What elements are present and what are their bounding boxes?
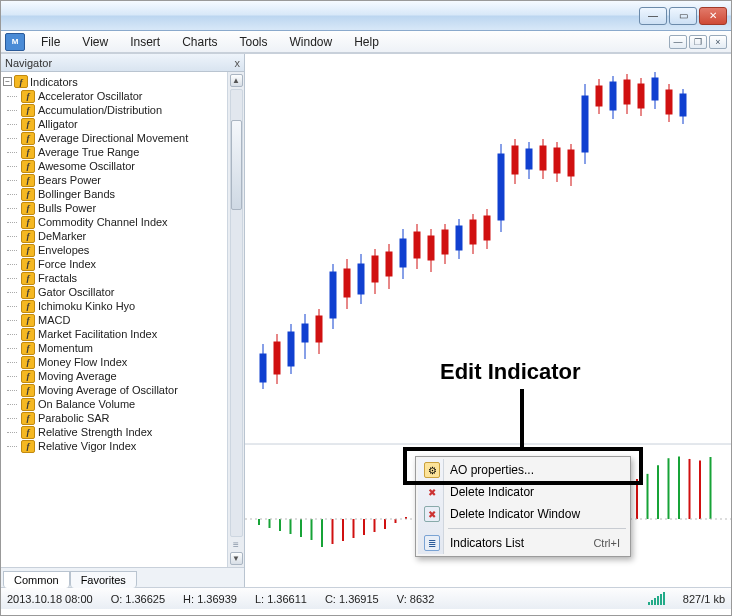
tree-root-label: Indicators	[30, 76, 78, 88]
tab-favorites[interactable]: Favorites	[70, 571, 137, 588]
svg-rect-23	[652, 78, 658, 100]
menu-tools[interactable]: Tools	[230, 33, 278, 51]
ctx-indicators-list[interactable]: ≣ Indicators List Ctrl+I	[418, 532, 628, 554]
svg-rect-61	[666, 90, 672, 114]
tree-item-label: Parabolic SAR	[38, 412, 110, 424]
status-connection: 827/1 kb	[683, 593, 725, 605]
navigator-close-icon[interactable]: x	[235, 57, 241, 69]
tree-item-label: Relative Vigor Index	[38, 440, 136, 452]
tree-item[interactable]: fAccumulation/Distribution	[21, 103, 227, 117]
svg-rect-1	[260, 354, 266, 382]
tree-item[interactable]: fAccelerator Oscillator	[21, 89, 227, 103]
tree-item[interactable]: fEnvelopes	[21, 243, 227, 257]
tree-item[interactable]: fMoving Average of Oscillator	[21, 383, 227, 397]
indicator-icon: f	[21, 258, 35, 271]
close-button[interactable]: ✕	[699, 7, 727, 25]
tree-item-label: Bollinger Bands	[38, 188, 115, 200]
svg-rect-17	[526, 149, 532, 169]
scroll-down-icon[interactable]: ▼	[230, 552, 243, 565]
svg-rect-49	[540, 146, 546, 170]
menu-insert[interactable]: Insert	[120, 33, 170, 51]
svg-rect-35	[386, 252, 392, 276]
tree-root-indicators[interactable]: − f Indicators	[3, 74, 227, 89]
tree-item[interactable]: fRelative Vigor Index	[21, 439, 227, 453]
indicator-icon: f	[21, 342, 35, 355]
tree-item[interactable]: fBulls Power	[21, 201, 227, 215]
svg-rect-45	[484, 216, 490, 240]
delete-indicator-icon: ✖	[424, 484, 440, 500]
tree-item[interactable]: fAlligator	[21, 117, 227, 131]
svg-rect-9	[358, 264, 364, 294]
tree-item[interactable]: fParabolic SAR	[21, 411, 227, 425]
tree-item[interactable]: fFractals	[21, 271, 227, 285]
scroll-thumb[interactable]	[231, 120, 242, 210]
tree-item[interactable]: fCommodity Channel Index	[21, 215, 227, 229]
tree-item[interactable]: fIchimoku Kinko Hyo	[21, 299, 227, 313]
maximize-button[interactable]: ▭	[669, 7, 697, 25]
tree-item[interactable]: fAwesome Oscillator	[21, 159, 227, 173]
ctx-delete-indicator-window[interactable]: ✖ Delete Indicator Window	[418, 503, 628, 525]
tree-item[interactable]: fMarket Facilitation Index	[21, 327, 227, 341]
indicator-icon: f	[21, 160, 35, 173]
navigator-tree[interactable]: − f Indicators fAccelerator OscillatorfA…	[1, 72, 227, 567]
indicator-icon: f	[21, 384, 35, 397]
navigator-scrollbar[interactable]: ▲ ≡ ▼	[227, 72, 244, 567]
tree-item-label: Commodity Channel Index	[38, 216, 168, 228]
navigator-tabs: Common Favorites	[1, 567, 244, 587]
svg-rect-21	[610, 82, 616, 110]
status-datetime: 2013.10.18 08:00	[7, 593, 93, 605]
indicator-icon: f	[21, 286, 35, 299]
status-high: H: 1.36939	[183, 593, 237, 605]
indicator-icon: f	[21, 370, 35, 383]
tree-item[interactable]: fForce Index	[21, 257, 227, 271]
workspace: Navigator x − f Indicators fAccelerator …	[1, 53, 731, 587]
tree-item-label: Market Facilitation Index	[38, 328, 157, 340]
status-low: L: 1.36611	[255, 593, 307, 605]
indicator-icon: f	[21, 118, 35, 131]
tree-item[interactable]: fBollinger Bands	[21, 187, 227, 201]
menu-help[interactable]: Help	[344, 33, 389, 51]
tree-collapse-icon[interactable]: −	[3, 77, 12, 86]
menu-file[interactable]: File	[31, 33, 70, 51]
tree-item[interactable]: fOn Balance Volume	[21, 397, 227, 411]
tree-item-label: Envelopes	[38, 244, 89, 256]
tree-item[interactable]: fMoney Flow Index	[21, 355, 227, 369]
chart-area[interactable]: Edit Indicator ⚙ AO properties... ✖ Dele…	[245, 54, 731, 587]
connection-bars-icon	[648, 592, 665, 605]
titlebar: — ▭ ✕	[1, 1, 731, 31]
navigator-tree-wrap: − f Indicators fAccelerator OscillatorfA…	[1, 72, 244, 567]
menu-charts[interactable]: Charts	[172, 33, 227, 51]
tree-item[interactable]: fGator Oscillator	[21, 285, 227, 299]
tab-common[interactable]: Common	[3, 571, 70, 588]
scroll-track[interactable]	[230, 89, 243, 537]
mdi-restore[interactable]: ❐	[689, 35, 707, 49]
status-close: C: 1.36915	[325, 593, 379, 605]
indicators-list-icon: ≣	[424, 535, 440, 551]
tree-item[interactable]: fAverage Directional Movement	[21, 131, 227, 145]
tree-item[interactable]: fBears Power	[21, 173, 227, 187]
status-volume: V: 8632	[397, 593, 435, 605]
tree-item-label: Awesome Oscillator	[38, 160, 135, 172]
svg-rect-19	[582, 96, 588, 152]
tree-item-label: Average Directional Movement	[38, 132, 188, 144]
tree-item[interactable]: fAverage True Range	[21, 145, 227, 159]
tree-item[interactable]: fMACD	[21, 313, 227, 327]
menu-view[interactable]: View	[72, 33, 118, 51]
mdi-close[interactable]: ×	[709, 35, 727, 49]
scroll-grip-icon: ≡	[233, 539, 239, 550]
tree-item[interactable]: fMomentum	[21, 341, 227, 355]
tree-item[interactable]: fDeMarker	[21, 229, 227, 243]
menu-window[interactable]: Window	[280, 33, 343, 51]
tree-item[interactable]: fRelative Strength Index	[21, 425, 227, 439]
tree-item[interactable]: fMoving Average	[21, 369, 227, 383]
svg-rect-47	[512, 146, 518, 174]
indicator-icon: f	[21, 104, 35, 117]
indicator-icon: f	[21, 244, 35, 257]
svg-rect-41	[442, 230, 448, 254]
minimize-button[interactable]: —	[639, 7, 667, 25]
svg-rect-39	[428, 236, 434, 260]
mdi-minimize[interactable]: —	[669, 35, 687, 49]
scroll-up-icon[interactable]: ▲	[230, 74, 243, 87]
tree-item-label: Money Flow Index	[38, 356, 127, 368]
indicator-icon: f	[21, 90, 35, 103]
